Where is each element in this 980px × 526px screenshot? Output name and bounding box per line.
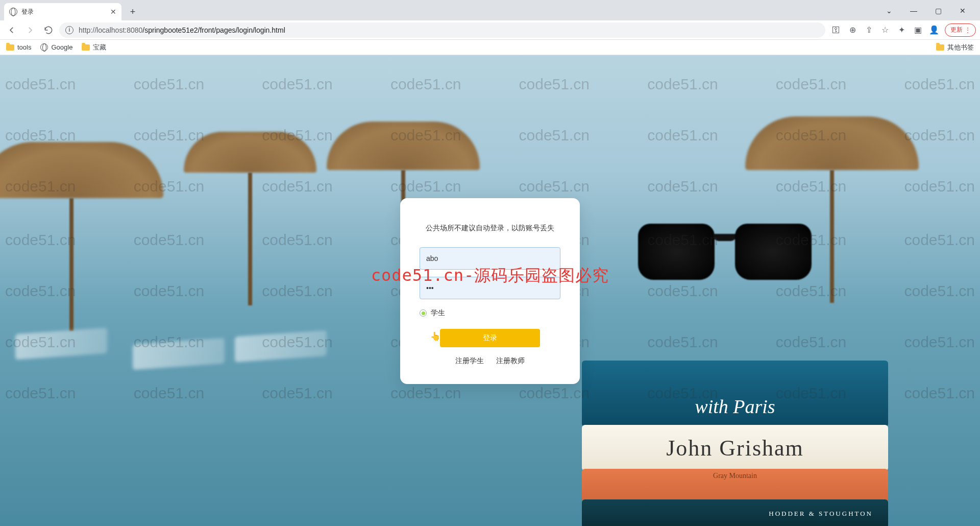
tab-title: 登录 — [21, 8, 34, 16]
globe-icon — [40, 43, 48, 51]
bg-lounger — [133, 338, 225, 370]
address-bar[interactable]: i http://localhost:8080/springboote51e2/… — [59, 22, 825, 38]
login-notice: 公共场所不建议自动登录，以防账号丢失 — [420, 224, 560, 233]
share-icon[interactable]: ⇪ — [861, 22, 876, 38]
window-controls: ⌄ — ▢ ✕ — [878, 3, 974, 18]
window-close[interactable]: ✕ — [951, 3, 974, 18]
profile-icon[interactable]: 👤 — [926, 22, 942, 38]
globe-icon — [9, 8, 17, 16]
nav-back-button[interactable] — [4, 22, 19, 38]
register-teacher-link[interactable]: 注册教师 — [496, 356, 525, 365]
watermark-center: code51.cn-源码乐园盗图必究 — [371, 265, 609, 287]
folder-icon — [6, 44, 14, 51]
page-content: with Paris John Grisham Gray Mountain HO… — [0, 55, 980, 526]
folder-icon — [936, 44, 944, 51]
tab-bar: 登录 ✕ + ⌄ — ▢ ✕ — [0, 0, 980, 20]
chevron-down-icon[interactable]: ⌄ — [878, 3, 900, 18]
browser-update-button[interactable]: 更新⋮ — [945, 23, 976, 37]
login-card: 公共场所不建议自动登录，以防账号丢失 学生 登录 注册学生 注册教师 — [400, 198, 580, 384]
browser-tab[interactable]: 登录 ✕ — [4, 3, 121, 20]
nav-forward-button[interactable] — [22, 22, 38, 38]
bg-lounger — [15, 328, 107, 360]
role-label: 学生 — [431, 308, 445, 318]
watermark-row: code51.cncode51.cncode51.cncode51.cncode… — [0, 76, 980, 93]
bookmark-google[interactable]: Google — [40, 43, 72, 51]
bookmarks-bar: tools Google 宝藏 其他书签 — [0, 40, 980, 55]
new-tab-button[interactable]: + — [126, 5, 140, 19]
login-button[interactable]: 登录 — [440, 329, 540, 347]
bg-sunglasses — [638, 224, 812, 290]
browser-chrome: 登录 ✕ + ⌄ — ▢ ✕ i http://localhost:8080/s… — [0, 0, 980, 55]
role-radio[interactable]: 学生 — [420, 308, 560, 318]
register-links: 注册学生 注册教师 — [420, 356, 560, 366]
browser-toolbar: i http://localhost:8080/springboote51e2/… — [0, 20, 980, 40]
toolbar-actions: ⚿ ⊕ ⇪ ☆ ✦ ▣ 👤 更新⋮ — [828, 22, 976, 38]
other-bookmarks[interactable]: 其他书签 — [936, 43, 974, 52]
side-panel-icon[interactable]: ▣ — [910, 22, 925, 38]
register-student-link[interactable]: 注册学生 — [455, 356, 484, 365]
tab-close-icon[interactable]: ✕ — [110, 8, 116, 16]
window-maximize[interactable]: ▢ — [927, 3, 949, 18]
bookmark-star-icon[interactable]: ☆ — [877, 22, 893, 38]
window-minimize[interactable]: — — [902, 3, 925, 18]
bg-umbrella — [0, 142, 163, 331]
bookmark-tools[interactable]: tools — [6, 43, 31, 51]
folder-icon — [82, 44, 90, 51]
site-info-icon[interactable]: i — [65, 26, 74, 34]
nav-reload-button[interactable] — [41, 22, 56, 38]
bg-lounger — [235, 330, 327, 363]
extensions-icon[interactable]: ✦ — [894, 22, 909, 38]
bookmark-treasure[interactable]: 宝藏 — [82, 43, 106, 52]
key-icon[interactable]: ⚿ — [828, 22, 844, 38]
bg-umbrella — [184, 132, 316, 305]
url-text: http://localhost:8080/springboote51e2/fr… — [79, 26, 285, 34]
radio-icon[interactable] — [420, 309, 427, 317]
zoom-icon[interactable]: ⊕ — [845, 22, 860, 38]
bg-books: with Paris John Grisham Gray Mountain HO… — [582, 361, 888, 526]
